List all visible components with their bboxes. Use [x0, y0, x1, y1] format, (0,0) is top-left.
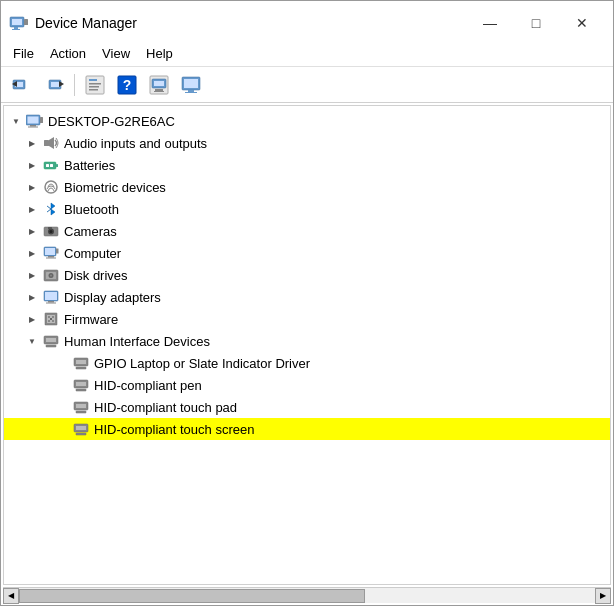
cameras-label: Cameras — [64, 224, 117, 239]
cameras-expander[interactable] — [24, 223, 40, 239]
hid-touchpad-expander — [54, 399, 70, 415]
svg-marker-33 — [49, 137, 54, 149]
scroll-right-button[interactable]: ▶ — [595, 588, 611, 604]
tree-item-audio[interactable]: Audio inputs and outputs — [4, 132, 610, 154]
tree-item-hid-pen[interactable]: HID-compliant pen — [4, 374, 610, 396]
cameras-icon — [42, 222, 60, 240]
svg-rect-71 — [76, 382, 86, 386]
svg-rect-9 — [51, 82, 59, 87]
bluetooth-expander[interactable] — [24, 201, 40, 217]
audio-expander[interactable] — [24, 135, 40, 151]
display-icon — [42, 288, 60, 306]
computer-expander[interactable] — [24, 245, 40, 261]
svg-rect-43 — [48, 227, 52, 229]
svg-rect-22 — [154, 91, 164, 92]
svg-rect-15 — [89, 89, 98, 91]
window-title: Device Manager — [35, 15, 467, 31]
firmware-expander[interactable] — [24, 311, 40, 327]
svg-marker-10 — [59, 81, 64, 87]
menu-file[interactable]: File — [5, 44, 42, 63]
app-icon — [9, 13, 29, 33]
svg-rect-69 — [76, 367, 86, 369]
tree-item-gpio[interactable]: GPIO Laptop or Slate Indicator Driver — [4, 352, 610, 374]
svg-rect-65 — [46, 338, 56, 342]
svg-rect-31 — [28, 127, 38, 128]
gpio-icon — [72, 354, 90, 372]
bluetooth-icon — [42, 200, 60, 218]
tree-item-computer[interactable]: Computer — [4, 242, 610, 264]
display-label: Display adapters — [64, 290, 161, 305]
display-button[interactable] — [176, 71, 206, 99]
disk-icon — [42, 266, 60, 284]
svg-rect-35 — [56, 164, 58, 167]
svg-rect-56 — [46, 303, 56, 304]
update-button[interactable] — [144, 71, 174, 99]
tree-item-batteries[interactable]: Batteries — [4, 154, 610, 176]
svg-rect-48 — [46, 258, 56, 259]
svg-rect-2 — [14, 27, 18, 29]
menu-help[interactable]: Help — [138, 44, 181, 63]
svg-marker-39 — [47, 203, 55, 215]
batteries-expander[interactable] — [24, 157, 40, 173]
gpio-label: GPIO Laptop or Slate Indicator Driver — [94, 356, 310, 371]
biometric-label: Biometric devices — [64, 180, 166, 195]
svg-rect-45 — [45, 248, 55, 255]
audio-icon — [42, 134, 60, 152]
svg-rect-4 — [24, 19, 28, 25]
h-scroll-thumb[interactable] — [19, 589, 365, 603]
help-button[interactable]: ? — [112, 71, 142, 99]
svg-rect-1 — [12, 19, 22, 25]
svg-rect-63 — [50, 318, 52, 320]
minimize-button[interactable]: — — [467, 8, 513, 38]
forward-button[interactable] — [39, 71, 69, 99]
tree-item-disk[interactable]: Disk drives — [4, 264, 610, 286]
svg-rect-14 — [89, 86, 99, 88]
hid-label: Human Interface Devices — [64, 334, 210, 349]
display-expander[interactable] — [24, 289, 40, 305]
maximize-button[interactable]: □ — [513, 8, 559, 38]
close-button[interactable]: ✕ — [559, 8, 605, 38]
hid-expander[interactable] — [24, 333, 40, 349]
tree-item-bluetooth[interactable]: Bluetooth — [4, 198, 610, 220]
root-expander[interactable] — [8, 113, 24, 129]
horizontal-scrollbar[interactable]: ◀ ▶ — [3, 587, 611, 603]
svg-rect-75 — [76, 411, 86, 413]
hid-pen-icon — [72, 376, 90, 394]
svg-rect-12 — [89, 79, 97, 81]
hid-touchscreen-label: HID-compliant touch screen — [94, 422, 254, 437]
tree-item-cameras[interactable]: Cameras — [4, 220, 610, 242]
disk-expander[interactable] — [24, 267, 40, 283]
tree-item-firmware[interactable]: Firmware — [4, 308, 610, 330]
tree-item-hid-touchpad[interactable]: HID-compliant touch pad — [4, 396, 610, 418]
svg-rect-25 — [188, 90, 194, 92]
tree-item-hid[interactable]: Human Interface Devices — [4, 330, 610, 352]
menu-action[interactable]: Action — [42, 44, 94, 63]
batteries-label: Batteries — [64, 158, 115, 173]
svg-rect-59 — [48, 316, 50, 318]
svg-rect-11 — [86, 76, 104, 94]
tree-root[interactable]: DESKTOP-G2RE6AC — [4, 110, 610, 132]
scroll-left-button[interactable]: ◀ — [3, 588, 19, 604]
biometric-expander[interactable] — [24, 179, 40, 195]
hid-touchscreen-icon — [72, 420, 90, 438]
svg-rect-32 — [44, 140, 49, 146]
disk-label: Disk drives — [64, 268, 128, 283]
properties-button[interactable] — [80, 71, 110, 99]
biometric-icon — [42, 178, 60, 196]
firmware-label: Firmware — [64, 312, 118, 327]
hid-pen-label: HID-compliant pen — [94, 378, 202, 393]
bluetooth-label: Bluetooth — [64, 202, 119, 217]
back-button[interactable] — [7, 71, 37, 99]
svg-rect-13 — [89, 83, 101, 85]
tree-panel[interactable]: DESKTOP-G2RE6AC Audio inputs and outputs — [4, 106, 610, 584]
svg-rect-60 — [52, 316, 54, 318]
h-scroll-track[interactable] — [19, 589, 595, 603]
hid-pen-expander — [54, 377, 70, 393]
gpio-expander — [54, 355, 70, 371]
menu-view[interactable]: View — [94, 44, 138, 63]
tree-item-display[interactable]: Display adapters — [4, 286, 610, 308]
tree-item-hid-touchscreen[interactable]: HID-compliant touch screen — [4, 418, 610, 440]
tree-item-biometric[interactable]: Biometric devices — [4, 176, 610, 198]
svg-rect-46 — [56, 249, 59, 254]
toolbar: ? — [1, 67, 613, 103]
